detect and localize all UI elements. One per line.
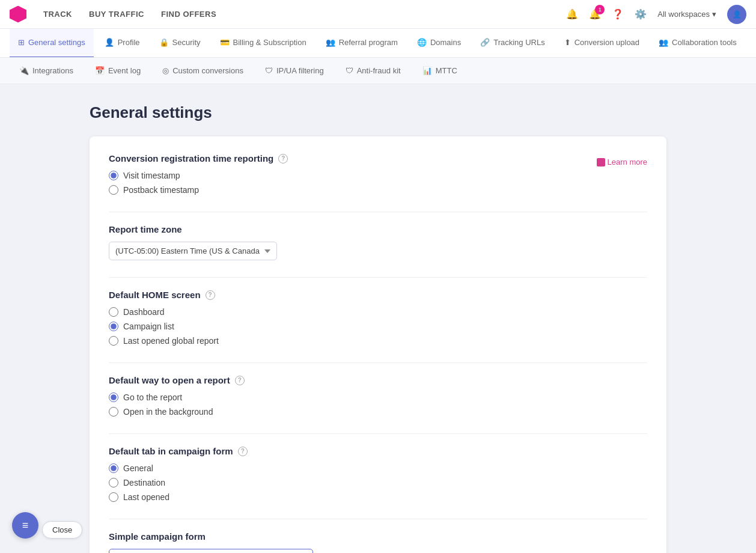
alert-badge: 1 bbox=[595, 5, 605, 14]
menu-icon: ≡ bbox=[22, 519, 29, 532]
lock-icon: 🔒 bbox=[159, 38, 169, 47]
home-screen-help-icon[interactable]: ? bbox=[206, 290, 215, 300]
help-button[interactable]: ❓ bbox=[612, 8, 624, 20]
conversion-section: Conversion registration time reporting ?… bbox=[109, 153, 647, 195]
plug-icon: 🔌 bbox=[19, 66, 29, 75]
alerts-button[interactable]: 🔔 1 bbox=[589, 8, 601, 20]
tab-conversion-upload[interactable]: ⬆ Conversion upload bbox=[556, 29, 648, 58]
open-report-title: Default way to open a report ? bbox=[109, 375, 647, 385]
close-button[interactable]: Close bbox=[42, 521, 82, 539]
nav-track[interactable]: TRACK bbox=[43, 10, 72, 19]
radio-dashboard-input[interactable] bbox=[109, 307, 118, 317]
radio-postback-timestamp[interactable]: Postback timestamp bbox=[109, 185, 647, 195]
tab-domains[interactable]: 🌐 Domains bbox=[409, 29, 469, 58]
tab-general-settings[interactable]: ⊞ General settings bbox=[10, 29, 94, 58]
nav-find-offers[interactable]: FIND OFFERS bbox=[161, 10, 216, 19]
users-icon: 👥 bbox=[326, 38, 335, 47]
radio-general-input[interactable] bbox=[109, 463, 118, 473]
home-screen-section: Default HOME screen ? Dashboard Campaign… bbox=[109, 290, 647, 346]
tab-referral[interactable]: 👥 Referral program bbox=[317, 29, 406, 58]
main-content: General settings Conversion registration… bbox=[78, 84, 678, 553]
learn-more-link[interactable]: Learn more bbox=[597, 157, 647, 167]
page-title: General settings bbox=[90, 103, 666, 122]
radio-go-to-report-input[interactable] bbox=[109, 393, 118, 402]
radio-visit-input[interactable] bbox=[109, 171, 118, 180]
currency-dropdown-selected[interactable]: USD bbox=[109, 549, 313, 553]
radio-last-opened[interactable]: Last opened bbox=[109, 492, 647, 502]
radio-destination-input[interactable] bbox=[109, 478, 118, 487]
timezone-section: Report time zone (UTC-12:00) Internation… bbox=[109, 224, 647, 260]
settings-card: Conversion registration time reporting ?… bbox=[90, 136, 666, 553]
radio-background-input[interactable] bbox=[109, 407, 118, 417]
radio-background[interactable]: Open in the background bbox=[109, 407, 647, 417]
campaign-tab-help-icon[interactable]: ? bbox=[238, 447, 248, 456]
tab-collaboration[interactable]: 👥 Collaboration tools bbox=[650, 29, 745, 58]
top-nav-right: 🔔 🔔 1 ❓ ⚙️ All workspaces ▾ 👤 bbox=[566, 5, 746, 24]
tab-custom-conversions[interactable]: ◎ Custom conversions bbox=[153, 58, 253, 84]
tab-ip-ua-filtering[interactable]: 🛡 IP/UA filtering bbox=[255, 58, 334, 84]
open-report-radio-group: Go to the report Open in the background bbox=[109, 393, 647, 417]
user-avatar[interactable]: 👤 bbox=[727, 5, 746, 24]
campaign-tab-title: Default tab in campaign form ? bbox=[109, 446, 647, 456]
conversion-radio-group: Visit timestamp Postback timestamp bbox=[109, 171, 647, 195]
top-navigation: TRACK BUY TRAFFIC FIND OFFERS 🔔 🔔 1 ❓ ⚙️… bbox=[0, 0, 756, 29]
grid-icon: ⊞ bbox=[18, 38, 25, 47]
radio-dashboard[interactable]: Dashboard bbox=[109, 307, 647, 317]
timezone-select[interactable]: (UTC-12:00) International Date Line West… bbox=[109, 242, 277, 260]
radio-last-report-input[interactable] bbox=[109, 336, 118, 346]
primary-tab-bar: ⊞ General settings 👤 Profile 🔒 Security … bbox=[0, 29, 756, 58]
campaign-tab-radio-group: General Destination Last opened bbox=[109, 463, 647, 502]
radio-destination[interactable]: Destination bbox=[109, 478, 647, 487]
simple-campaign-section: Simple campaign form USD USD UYU UZS VEF… bbox=[109, 531, 647, 553]
shield-icon: 🛡 bbox=[265, 66, 273, 75]
simple-campaign-title: Simple campaign form bbox=[109, 531, 647, 542]
calendar-icon: 📅 bbox=[95, 66, 105, 75]
home-screen-radio-group: Dashboard Campaign list Last opened glob… bbox=[109, 307, 647, 346]
tab-anti-fraud[interactable]: 🛡 Anti-fraud kit bbox=[336, 58, 410, 84]
learn-more-icon bbox=[597, 158, 605, 167]
conversion-help-icon[interactable]: ? bbox=[278, 154, 288, 163]
radio-postback-input[interactable] bbox=[109, 185, 118, 195]
radio-last-opened-input[interactable] bbox=[109, 492, 118, 502]
tab-billing[interactable]: 💳 Billing & Subscription bbox=[212, 29, 315, 58]
user-icon: 👤 bbox=[105, 38, 114, 47]
app-logo[interactable] bbox=[10, 6, 29, 23]
tab-tracking-urls[interactable]: 🔗 Tracking URLs bbox=[472, 29, 553, 58]
tab-integrations[interactable]: 🔌 Integrations bbox=[10, 58, 83, 84]
open-report-help-icon[interactable]: ? bbox=[235, 376, 245, 385]
secondary-tab-bar: 🔌 Integrations 📅 Event log ◎ Custom conv… bbox=[0, 58, 756, 84]
logo-icon bbox=[10, 6, 26, 23]
currency-dropdown-popup: USD USD UYU UZS VEF VES bbox=[109, 549, 337, 553]
shield-check-icon: 🛡 bbox=[346, 66, 353, 75]
workspace-selector[interactable]: All workspaces ▾ bbox=[657, 10, 716, 19]
radio-campaign-list[interactable]: Campaign list bbox=[109, 322, 647, 331]
top-nav-links: TRACK BUY TRAFFIC FIND OFFERS bbox=[43, 10, 566, 19]
open-report-section: Default way to open a report ? Go to the… bbox=[109, 375, 647, 417]
radio-general[interactable]: General bbox=[109, 463, 647, 473]
card-icon: 💳 bbox=[220, 38, 230, 47]
home-screen-title: Default HOME screen ? bbox=[109, 290, 647, 300]
settings-button[interactable]: ⚙️ bbox=[635, 8, 647, 20]
radio-campaign-list-input[interactable] bbox=[109, 322, 118, 331]
radio-last-report[interactable]: Last opened global report bbox=[109, 336, 647, 346]
conversion-section-title: Conversion registration time reporting ? bbox=[109, 153, 288, 163]
tab-mttc[interactable]: 📊 MTTC bbox=[413, 58, 467, 84]
campaign-tab-section: Default tab in campaign form ? General D… bbox=[109, 446, 647, 502]
link-icon: 🔗 bbox=[480, 38, 490, 47]
radio-go-to-report[interactable]: Go to the report bbox=[109, 393, 647, 402]
people-icon: 👥 bbox=[659, 38, 668, 47]
tab-security[interactable]: 🔒 Security bbox=[151, 29, 209, 58]
notifications-button[interactable]: 🔔 bbox=[566, 8, 578, 20]
radio-visit-timestamp[interactable]: Visit timestamp bbox=[109, 171, 647, 180]
menu-fab-button[interactable]: ≡ bbox=[12, 512, 38, 539]
upload-icon: ⬆ bbox=[564, 38, 571, 47]
nav-buy-traffic[interactable]: BUY TRAFFIC bbox=[89, 10, 144, 19]
timezone-section-title: Report time zone bbox=[109, 224, 647, 234]
tab-profile[interactable]: 👤 Profile bbox=[96, 29, 148, 58]
chart-icon: 📊 bbox=[422, 66, 432, 75]
circle-icon: ◎ bbox=[162, 66, 169, 75]
chevron-down-icon: ▾ bbox=[712, 10, 716, 19]
tab-event-log[interactable]: 📅 Event log bbox=[85, 58, 150, 84]
globe-icon: 🌐 bbox=[417, 38, 427, 47]
